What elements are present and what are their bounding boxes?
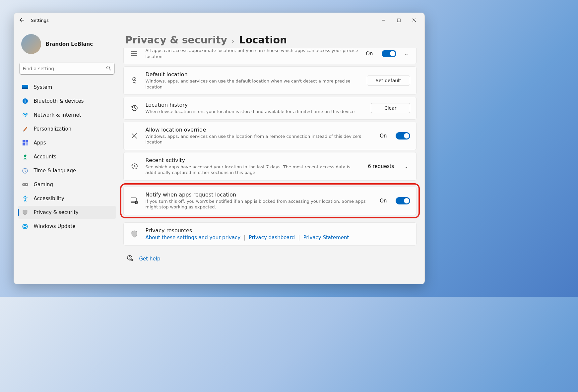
svg-rect-0	[397, 19, 400, 22]
sidebar: Brandon LeBlanc System Bluetooth & devic…	[14, 28, 120, 284]
sidebar-item-accessibility[interactable]: Accessibility	[18, 192, 116, 205]
toggle-notify[interactable]	[396, 197, 410, 204]
help-row: Get help	[123, 248, 417, 265]
gamepad-icon	[22, 181, 29, 188]
svg-rect-12	[22, 183, 28, 186]
link-about-settings[interactable]: About these settings and your privacy	[146, 235, 241, 241]
request-count: 6 requests	[368, 163, 394, 169]
window-title: Settings	[31, 18, 49, 23]
set-default-button[interactable]: Set default	[367, 76, 410, 85]
separator: |	[298, 234, 300, 241]
brush-icon	[22, 126, 29, 132]
chevron-right-icon: ›	[232, 37, 234, 45]
sidebar-item-bluetooth[interactable]: Bluetooth & devices	[18, 94, 116, 108]
sidebar-item-label: Accounts	[34, 154, 56, 160]
breadcrumb-parent[interactable]: Privacy & security	[125, 34, 227, 46]
shield-icon	[130, 230, 139, 238]
svg-point-13	[23, 184, 24, 185]
page-title: Location	[239, 34, 287, 46]
card-notify-location: i Notify when apps request location If y…	[123, 187, 417, 215]
card-title: Recent activity	[146, 157, 361, 163]
separator: |	[244, 234, 245, 241]
clear-button[interactable]: Clear	[371, 103, 410, 113]
sidebar-item-label: Accessibility	[34, 196, 64, 201]
maximize-icon	[397, 19, 401, 22]
toggle-let-apps[interactable]	[382, 50, 396, 57]
card-recent-activity[interactable]: Recent activity See which apps have acce…	[123, 152, 417, 181]
sidebar-item-label: Gaming	[34, 182, 53, 188]
back-button[interactable]	[17, 15, 27, 26]
avatar	[21, 34, 41, 54]
link-privacy-statement[interactable]: Privacy Statement	[303, 235, 349, 241]
minimize-button[interactable]	[376, 15, 391, 26]
minimize-icon	[382, 18, 386, 22]
toggle-state: On	[380, 198, 387, 204]
card-desc: All apps can access approximate location…	[146, 48, 359, 59]
card-desc: If you turn this off, you won't be notif…	[146, 198, 373, 210]
update-icon	[22, 223, 29, 230]
toggle-override[interactable]	[396, 132, 410, 140]
apps-icon	[22, 140, 29, 146]
main-content: Privacy & security › Location All apps c…	[120, 28, 424, 284]
profile[interactable]: Brandon LeBlanc	[18, 30, 116, 61]
merge-icon	[130, 132, 139, 140]
svg-point-10	[24, 155, 26, 157]
toggle-state: On	[380, 133, 387, 139]
wifi-icon	[22, 112, 29, 118]
sidebar-item-label: Privacy & security	[34, 209, 79, 215]
shield-icon	[22, 209, 29, 216]
history-icon	[130, 163, 139, 170]
link-privacy-dashboard[interactable]: Privacy dashboard	[249, 235, 295, 241]
arrow-left-icon	[19, 18, 25, 23]
sidebar-item-privacy[interactable]: Privacy & security	[18, 206, 116, 219]
svg-point-26	[129, 259, 130, 260]
svg-point-1	[106, 66, 109, 69]
sidebar-item-network[interactable]: Network & internet	[18, 108, 116, 122]
sidebar-item-personalization[interactable]: Personalization	[18, 122, 116, 136]
card-title: Location history	[146, 102, 364, 108]
history-icon	[130, 104, 139, 112]
card-title: Privacy resources	[146, 227, 410, 234]
privacy-links: About these settings and your privacy | …	[146, 234, 410, 241]
card-desc: Windows, apps, and services can use the …	[146, 78, 360, 90]
titlebar: Settings	[14, 13, 424, 28]
sidebar-item-time[interactable]: Time & language	[18, 164, 116, 177]
card-info-icon: i	[130, 197, 139, 204]
card-desc: When device location is on, your locatio…	[146, 109, 364, 115]
card-privacy-resources: Privacy resources About these settings a…	[123, 222, 417, 246]
search-box[interactable]	[19, 63, 115, 75]
sidebar-item-gaming[interactable]: Gaming	[18, 178, 116, 191]
card-desc: See which apps have accessed your locati…	[146, 164, 361, 176]
sidebar-item-accounts[interactable]: Accounts	[18, 150, 116, 163]
card-let-apps[interactable]: All apps can access approximate location…	[123, 48, 417, 64]
chevron-down-icon[interactable]: ⌄	[403, 50, 410, 57]
sidebar-item-label: Bluetooth & devices	[34, 98, 84, 104]
nav: System Bluetooth & devices Network & int…	[18, 81, 116, 233]
get-help-link[interactable]: Get help	[139, 256, 161, 262]
search-input[interactable]	[23, 66, 106, 71]
list-icon	[130, 51, 139, 57]
profile-name: Brandon LeBlanc	[46, 41, 93, 47]
sidebar-item-update[interactable]: Windows Update	[18, 220, 116, 233]
maximize-button[interactable]	[391, 15, 407, 26]
globe-clock-icon	[22, 167, 29, 174]
svg-point-5	[25, 116, 25, 117]
settings-window: Settings Brandon LeBlanc System	[14, 13, 425, 284]
svg-rect-8	[23, 143, 25, 145]
breadcrumb: Privacy & security › Location	[125, 34, 417, 46]
card-default-location: Default location Windows, apps, and serv…	[123, 66, 417, 95]
sidebar-item-label: System	[34, 84, 52, 90]
sidebar-item-system[interactable]: System	[18, 81, 116, 94]
sidebar-item-apps[interactable]: Apps	[18, 136, 116, 149]
chevron-down-icon[interactable]: ⌄	[403, 163, 410, 169]
pin-icon	[130, 77, 139, 84]
sidebar-item-label: Network & internet	[34, 112, 81, 118]
svg-point-16	[23, 224, 28, 229]
card-title: Notify when apps request location	[146, 192, 373, 198]
svg-point-14	[26, 184, 27, 185]
card-location-history: Location history When device location is…	[123, 97, 417, 120]
person-icon	[22, 153, 29, 160]
card-desc: Windows, apps, and services can use the …	[146, 134, 373, 145]
close-button[interactable]	[407, 15, 422, 26]
sidebar-item-label: Time & language	[34, 168, 76, 174]
